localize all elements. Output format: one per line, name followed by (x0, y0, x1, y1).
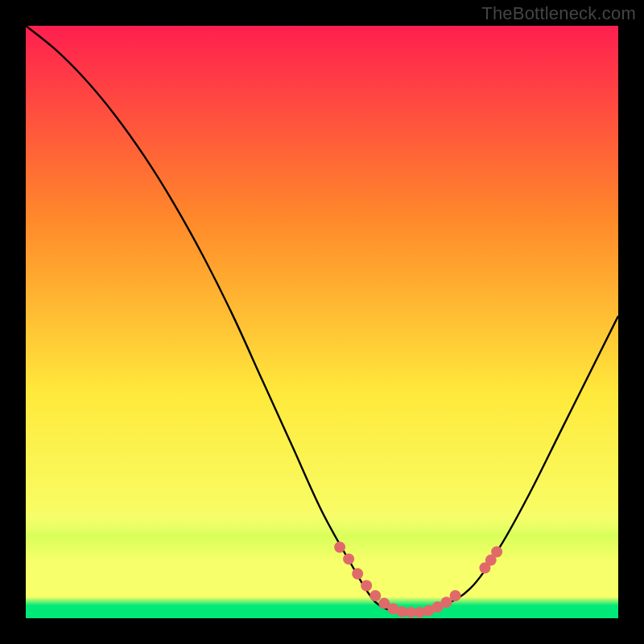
curve-layer (26, 26, 618, 618)
highlight-dot (352, 568, 363, 580)
highlight-dot (491, 547, 502, 558)
highlight-dot (334, 542, 345, 553)
highlight-dot (343, 553, 354, 564)
attribution-text: TheBottleneck.com (481, 3, 636, 24)
highlight-dot (450, 590, 461, 601)
highlight-dot (361, 580, 372, 592)
bottleneck-curve (26, 26, 618, 613)
plot-area (26, 26, 618, 618)
chart-frame: TheBottleneck.com (0, 0, 644, 644)
highlight-dot (369, 590, 381, 601)
